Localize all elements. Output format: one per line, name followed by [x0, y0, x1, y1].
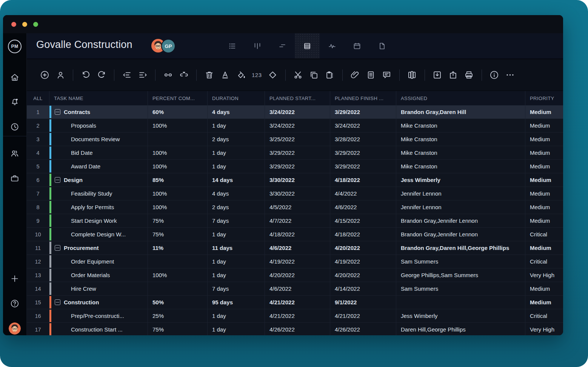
cell-percent-complete[interactable] — [148, 133, 208, 146]
info-icon[interactable] — [489, 69, 500, 81]
cell-priority[interactable]: Very High — [525, 323, 563, 335]
cell-percent-complete[interactable]: 75% — [148, 214, 208, 227]
cell-task-name[interactable]: Construction Start ... — [49, 323, 148, 335]
cell-priority[interactable]: Critical — [525, 309, 563, 322]
cell-assigned[interactable]: Sam Summers — [396, 255, 525, 268]
cell-task-name[interactable]: Design — [49, 173, 148, 187]
cell-percent-complete[interactable]: 60% — [148, 105, 208, 119]
cell-assigned[interactable]: Mike Cranston — [396, 146, 525, 159]
member-avatar-gp[interactable]: GP — [161, 39, 175, 53]
cell-planned-start[interactable]: 4/6/2022 — [265, 282, 330, 295]
print-icon[interactable] — [463, 69, 475, 81]
cell-duration[interactable]: 11 days — [208, 241, 265, 254]
cell-planned-finish[interactable]: 4/18/2022 — [330, 173, 396, 187]
row-number[interactable]: 2 — [27, 119, 49, 132]
undo-icon[interactable] — [80, 69, 91, 81]
cell-duration[interactable]: 1 day — [208, 228, 265, 241]
cell-duration[interactable]: 1 day — [208, 119, 265, 132]
cell-percent-complete[interactable]: 25% — [148, 309, 208, 322]
cell-planned-start[interactable]: 4/21/2022 — [265, 296, 330, 309]
cell-planned-finish[interactable]: 3/29/2022 — [330, 146, 396, 159]
indent-icon[interactable] — [137, 69, 148, 81]
cell-percent-complete[interactable]: 100% — [148, 187, 208, 200]
cell-duration[interactable]: 4 days — [208, 187, 265, 200]
portfolio-icon[interactable] — [10, 174, 20, 184]
table-row[interactable]: 9Start Design Work75%7 days4/7/20224/15/… — [27, 214, 563, 228]
view-tab-calendar-view[interactable] — [345, 33, 369, 59]
cell-percent-complete[interactable]: 75% — [148, 228, 208, 241]
milestone-icon[interactable] — [267, 69, 279, 81]
cell-planned-start[interactable]: 4/5/2022 — [265, 200, 330, 214]
cell-assigned[interactable]: George Phillips,Sam Summers — [396, 268, 525, 282]
cell-priority[interactable]: Medium — [525, 200, 563, 214]
cell-task-name[interactable]: Contracts — [49, 105, 148, 119]
cell-duration[interactable]: 95 days — [208, 296, 265, 309]
table-row[interactable]: 4Bid Date100%1 day3/29/20223/29/2022Mike… — [27, 146, 563, 160]
row-number[interactable]: 13 — [27, 268, 49, 282]
cell-assigned[interactable]: Jess Wimberly — [396, 173, 525, 187]
cell-planned-start[interactable]: 4/21/2022 — [265, 309, 330, 322]
row-number[interactable]: 7 — [27, 187, 49, 200]
cell-task-name[interactable]: Feasibility Study — [49, 187, 148, 200]
cell-priority[interactable]: Medium — [525, 187, 563, 200]
cell-duration[interactable]: 2 days — [208, 133, 265, 146]
cell-priority[interactable]: Medium — [525, 133, 563, 146]
view-tab-sheet-view[interactable] — [295, 33, 320, 59]
cell-percent-complete[interactable]: 100% — [148, 200, 208, 214]
notifications-icon[interactable] — [10, 97, 20, 106]
table-row[interactable]: 8Apply for Permits100%2 days4/5/20224/6/… — [27, 200, 563, 214]
close-window-button[interactable] — [11, 22, 16, 27]
number-format-icon[interactable]: 123 — [251, 69, 263, 81]
cell-task-name[interactable]: Order Materials — [49, 268, 148, 282]
cell-percent-complete[interactable] — [148, 282, 208, 295]
table-row[interactable]: 11Procurement11%11 days4/6/20224/20/2022… — [27, 241, 563, 255]
cell-planned-finish[interactable]: 4/21/2022 — [330, 309, 396, 322]
cell-duration[interactable]: 7 days — [208, 214, 265, 227]
cell-priority[interactable]: Medium — [525, 173, 563, 187]
cell-priority[interactable]: Medium — [525, 296, 563, 309]
cell-priority[interactable]: Medium — [525, 282, 563, 295]
cell-planned-start[interactable]: 3/30/2022 — [265, 173, 330, 187]
view-tab-gantt-view[interactable] — [270, 33, 295, 59]
table-row[interactable]: 10Complete Design W...75%1 day4/18/20224… — [27, 228, 563, 241]
cell-planned-start[interactable]: 3/29/2022 — [265, 146, 330, 159]
row-number[interactable]: 17 — [27, 323, 49, 335]
cell-planned-start[interactable]: 4/26/2022 — [265, 323, 330, 335]
cell-priority[interactable]: Medium — [525, 146, 563, 159]
row-number[interactable]: 16 — [27, 309, 49, 322]
table-row[interactable]: 3Documents Review2 days3/25/20223/28/202… — [27, 133, 563, 146]
row-number[interactable]: 1 — [27, 105, 49, 119]
copy-icon[interactable] — [308, 69, 320, 81]
table-row[interactable]: 7Feasibility Study100%4 days3/30/20224/4… — [27, 187, 563, 200]
cell-planned-start[interactable]: 3/25/2022 — [265, 133, 330, 146]
cell-planned-finish[interactable]: 4/14/2022 — [330, 282, 396, 295]
table-row[interactable]: 13Order Materials100%1 day4/20/20224/20/… — [27, 268, 563, 282]
cell-assigned[interactable]: Brandon Gray,Jennifer Lennon — [396, 214, 525, 227]
cell-planned-start[interactable]: 4/19/2022 — [265, 255, 330, 268]
minimize-window-button[interactable] — [22, 22, 27, 27]
cell-priority[interactable]: Very High — [525, 268, 563, 282]
cell-priority[interactable]: Critical — [525, 228, 563, 241]
cell-assigned[interactable]: Brandon Gray,Daren Hill,George Phillips — [396, 241, 525, 254]
history-icon[interactable] — [10, 122, 20, 132]
cell-task-name[interactable]: Procurement — [49, 241, 148, 254]
cell-duration[interactable]: 4 days — [208, 105, 265, 119]
home-icon[interactable] — [10, 72, 20, 82]
cell-duration[interactable]: 2 days — [208, 200, 265, 214]
cell-planned-start[interactable]: 3/30/2022 — [265, 187, 330, 200]
cell-planned-finish[interactable]: 4/15/2022 — [330, 214, 396, 227]
cell-planned-finish[interactable]: 4/20/2022 — [330, 268, 396, 282]
table-row[interactable]: 1Contracts60%4 days3/24/20223/29/2022Bra… — [27, 105, 563, 119]
row-number[interactable]: 11 — [27, 241, 49, 254]
more-icon[interactable] — [505, 69, 516, 81]
cell-assigned[interactable]: Jennifer Lennon — [396, 187, 525, 200]
table-row[interactable]: 12Order Equipment1 day4/19/20224/19/2022… — [27, 255, 563, 268]
help-icon[interactable] — [10, 299, 20, 308]
cell-planned-finish[interactable]: 3/29/2022 — [330, 160, 396, 173]
cell-task-name[interactable]: Proposals — [49, 119, 148, 132]
row-number[interactable]: 6 — [27, 173, 49, 187]
team-icon[interactable] — [10, 148, 20, 158]
view-tab-activity-view[interactable] — [320, 33, 345, 59]
row-number[interactable]: 3 — [27, 133, 49, 146]
table-row[interactable]: 6Design85%14 days3/30/20224/18/2022Jess … — [27, 173, 563, 187]
